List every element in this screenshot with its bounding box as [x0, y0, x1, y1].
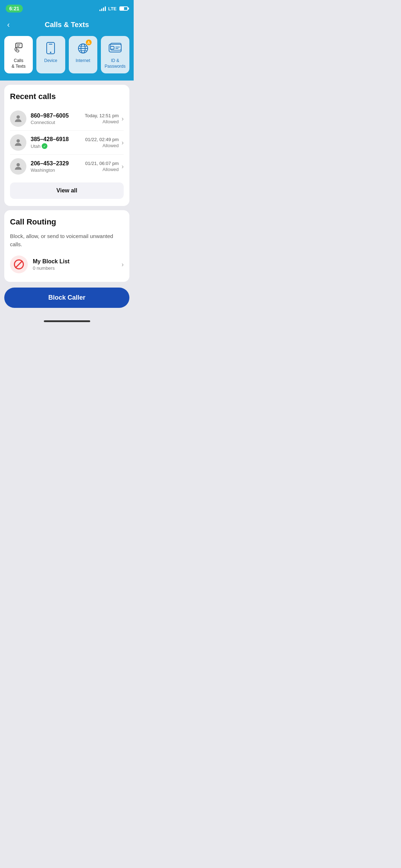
internet-alert-badge: ⚠ [86, 40, 92, 45]
block-list-chevron: › [122, 261, 124, 268]
verified-badge-1: ✓ [42, 143, 47, 149]
call-time-1: 01/22, 02:49 pm [85, 137, 119, 142]
main-content: Recent calls 860–987–6005 Connecticut To… [0, 81, 134, 286]
calls-texts-icon-wrap [11, 41, 26, 55]
tab-calls-texts-label: Calls& Texts [12, 58, 26, 69]
battery-icon [119, 6, 128, 11]
signal-bars-icon [99, 6, 106, 11]
tab-calls-texts[interactable]: Calls& Texts [4, 36, 33, 73]
call-item-0[interactable]: 860–987–6005 Connecticut Today, 12:51 pm… [10, 107, 124, 131]
home-indicator [0, 315, 134, 327]
back-button[interactable]: ‹ [6, 19, 11, 31]
call-routing-title: Call Routing [10, 217, 124, 227]
call-time-0: Today, 12:51 pm [85, 113, 119, 118]
block-list-item[interactable]: My Block List 0 numbers › [10, 254, 124, 275]
page-header: ‹ Calls & Texts [0, 16, 134, 36]
tab-device[interactable]: Device [36, 36, 65, 73]
call-item-2[interactable]: 206–453–2329 Washington 01/21, 06:07 pm … [10, 155, 124, 178]
call-time-2: 01/21, 06:07 pm [85, 161, 119, 166]
recent-calls-card: Recent calls 860–987–6005 Connecticut To… [4, 85, 129, 206]
svg-point-5 [50, 52, 51, 53]
id-passwords-icon-wrap [108, 41, 122, 55]
tab-id-passwords-label: ID &Passwords [105, 58, 126, 69]
avatar-1 [10, 134, 26, 151]
status-time: 6:21 [6, 5, 23, 12]
internet-icon-wrap: ⚠ [76, 41, 90, 55]
call-meta-0: Today, 12:51 pm Allowed [85, 113, 119, 124]
card-icon [108, 43, 122, 53]
call-number-1: 385–428–6918 [31, 136, 85, 143]
call-routing-desc: Block, allow, or send to voicemail unwan… [10, 232, 124, 248]
block-list-name: My Block List [33, 258, 122, 265]
svg-rect-12 [110, 46, 114, 49]
nav-tabs: Calls& Texts Device ⚠ Internet [0, 36, 134, 81]
call-status-0: Allowed [85, 119, 119, 124]
call-info-2: 206–453–2329 Washington [31, 160, 85, 173]
call-item-1[interactable]: 385–428–6918 Utah ✓ 01/22, 02:49 pm Allo… [10, 131, 124, 155]
avatar-2 [10, 158, 26, 175]
call-location-2: Washington [31, 167, 85, 173]
call-number-0: 860–987–6005 [31, 113, 85, 119]
chevron-icon-2: › [122, 163, 124, 170]
call-routing-card: Call Routing Block, allow, or send to vo… [4, 210, 129, 282]
call-meta-1: 01/22, 02:49 pm Allowed [85, 137, 119, 148]
call-status-2: Allowed [85, 167, 119, 172]
block-list-info: My Block List 0 numbers [33, 258, 122, 271]
tab-device-label: Device [44, 58, 57, 64]
status-bar: 6:21 LTE [0, 0, 134, 16]
block-circle-icon [14, 259, 24, 269]
svg-rect-0 [16, 43, 22, 48]
status-icons: LTE [99, 6, 128, 11]
chevron-icon-1: › [122, 139, 124, 146]
block-list-count: 0 numbers [33, 265, 122, 271]
call-meta-2: 01/21, 06:07 pm Allowed [85, 161, 119, 172]
call-info-0: 860–987–6005 Connecticut [31, 113, 85, 125]
lte-label: LTE [108, 6, 117, 11]
call-status-1: Allowed [85, 143, 119, 148]
page-title: Calls & Texts [45, 21, 89, 29]
block-caller-button[interactable]: Block Caller [4, 288, 129, 308]
call-location-1: Utah ✓ [31, 143, 85, 149]
avatar-0 [10, 110, 26, 127]
tab-internet[interactable]: ⚠ Internet [69, 36, 97, 73]
device-icon [46, 42, 56, 55]
svg-rect-11 [109, 44, 121, 52]
home-bar [44, 320, 90, 322]
svg-point-17 [16, 139, 20, 143]
block-icon-wrap [10, 255, 28, 273]
tab-id-passwords[interactable]: ID &Passwords [101, 36, 129, 73]
svg-point-16 [16, 115, 20, 119]
recent-calls-title: Recent calls [10, 92, 124, 101]
phone-chat-icon [12, 42, 25, 55]
svg-point-18 [16, 163, 20, 166]
view-all-button[interactable]: View all [10, 182, 124, 199]
call-number-2: 206–453–2329 [31, 160, 85, 167]
chevron-icon-0: › [122, 115, 124, 123]
device-icon-wrap [43, 41, 58, 55]
tab-internet-label: Internet [76, 58, 90, 64]
call-info-1: 385–428–6918 Utah ✓ [31, 136, 85, 149]
call-location-0: Connecticut [31, 120, 85, 125]
